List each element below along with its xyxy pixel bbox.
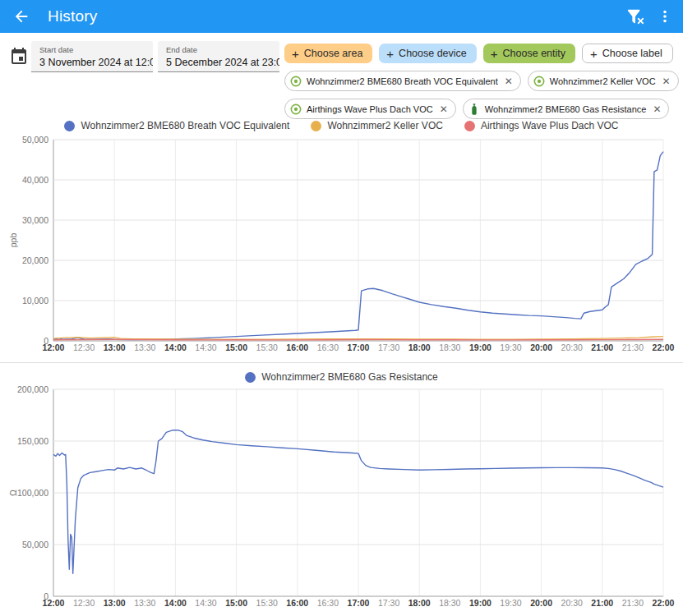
plus-icon: + [590, 48, 598, 60]
x-tick-label: 16:00 [286, 342, 308, 352]
choose-area-chip[interactable]: +Choose area [284, 44, 372, 63]
filter-remove-button[interactable] [621, 2, 650, 31]
x-tick-label: 15:30 [256, 598, 278, 608]
calendar-icon [9, 47, 29, 67]
legend-label: Wohnzimmer2 BME680 Gas Resistance [261, 371, 438, 383]
y-tick-label: 150,000 [17, 436, 48, 446]
legend-item[interactable]: Wohnzimmer2 BME680 Breath VOC Equivalent [64, 120, 289, 131]
remove-chip-icon[interactable]: ✕ [662, 76, 671, 87]
app-bar: History [0, 0, 683, 33]
shape-sensor-icon [289, 75, 302, 88]
entity-chip-label: Wohnzimmer2 BME680 Gas Resistance [485, 104, 647, 114]
choose-entity-chip[interactable]: +Choose entity [483, 44, 575, 63]
x-tick-label: 18:00 [408, 598, 431, 608]
arrow-left-icon [12, 7, 30, 25]
start-date-label: Start date [39, 45, 145, 54]
gas-resistance-chart[interactable]: 050,000100,000150,000200,00012:0012:3013… [0, 382, 683, 614]
x-tick-label: 13:00 [104, 342, 126, 352]
x-tick-label: 18:00 [408, 342, 431, 352]
y-tick-label: 40,000 [22, 175, 48, 185]
x-tick-label: 15:00 [225, 342, 247, 352]
x-tick-label: 16:30 [317, 598, 339, 608]
y-axis-label: ppb [8, 233, 18, 248]
overflow-menu-button[interactable] [650, 2, 680, 31]
x-tick-label: 13:30 [134, 342, 155, 352]
app-bar-actions [621, 2, 680, 31]
y-tick-label: 50,000 [22, 540, 48, 549]
legend-label: Wohnzimmer2 Keller VOC [327, 120, 442, 131]
filter-chips: +Choose area+Choose device+Choose entity… [284, 44, 679, 119]
y-axis-label: Ω [8, 490, 18, 496]
x-tick-label: 14:00 [164, 598, 187, 608]
chart-divider [0, 362, 683, 363]
history-page: { "app_bar": { "title": "History" }, "fi… [0, 0, 683, 616]
x-tick-label: 16:00 [286, 598, 308, 608]
chip-label: Choose label [602, 48, 662, 59]
x-tick-label: 14:30 [195, 342, 216, 352]
start-date-value: 3 November 2024 at 12:00 [39, 57, 145, 68]
x-tick-label: 12:00 [43, 342, 65, 352]
series-line [53, 339, 663, 340]
x-tick-label: 17:30 [378, 342, 399, 352]
x-tick-label: 17:00 [348, 342, 370, 352]
x-tick-label: 18:30 [439, 598, 460, 608]
entity-chip-label: Wohnzimmer2 BME680 Breath VOC Equivalent [307, 76, 498, 86]
x-tick-label: 14:00 [164, 342, 187, 352]
remove-chip-icon[interactable]: ✕ [653, 103, 661, 115]
y-tick-label: 50,000 [22, 135, 48, 145]
voc-chart-legend: Wohnzimmer2 BME680 Breath VOC Equivalent… [0, 120, 683, 131]
page-title: History [48, 7, 98, 25]
chip-label: Choose device [399, 48, 467, 59]
back-button[interactable] [7, 2, 36, 31]
x-tick-label: 20:30 [561, 342, 583, 352]
legend-label: Airthings Wave Plus Dach VOC [481, 120, 619, 131]
y-tick-label: 30,000 [22, 215, 48, 225]
entity-chip-label: Wohnzimmer2 Keller VOC [550, 76, 656, 86]
x-tick-label: 16:30 [317, 342, 339, 352]
choose-label-chip[interactable]: +Choose label [582, 44, 673, 63]
x-tick-label: 12:30 [73, 598, 95, 608]
chip-label: Choose entity [503, 48, 565, 59]
x-tick-label: 15:30 [256, 342, 278, 352]
y-tick-label: 10,000 [22, 296, 48, 306]
voc-chart[interactable]: 010,00020,00030,00040,00050,00012:0012:3… [0, 132, 683, 359]
entity-chip[interactable]: Wohnzimmer2 BME680 Breath VOC Equivalent… [284, 71, 521, 91]
remove-chip-icon[interactable]: ✕ [505, 76, 513, 87]
x-tick-label: 12:30 [73, 342, 95, 352]
x-tick-label: 21:30 [622, 598, 644, 608]
y-tick-label: 200,000 [17, 384, 48, 394]
dots-vertical-icon [656, 7, 674, 25]
legend-dot-icon [464, 121, 475, 131]
entity-chip[interactable]: Airthings Wave Plus Dach VOC✕ [284, 99, 456, 119]
start-date-field[interactable]: Start date 3 November 2024 at 12:00 [31, 41, 153, 72]
choose-device-chip[interactable]: +Choose device [379, 44, 476, 63]
entity-chip[interactable]: Wohnzimmer2 BME680 Gas Resistance✕ [463, 99, 670, 119]
x-tick-label: 21:00 [591, 342, 613, 352]
x-tick-label: 15:00 [225, 598, 247, 608]
legend-item[interactable]: Wohnzimmer2 BME680 Gas Resistance [245, 371, 438, 383]
gas-resistance-chart-legend: Wohnzimmer2 BME680 Gas Resistance [0, 371, 683, 383]
remove-chip-icon[interactable]: ✕ [440, 103, 448, 115]
x-tick-label: 17:00 [348, 598, 370, 608]
shape-sensor-icon [533, 75, 546, 88]
shape-sensor-icon [289, 103, 302, 116]
end-date-field[interactable]: End date 5 December 2024 at 23:00 [158, 41, 279, 72]
calendar-button[interactable] [7, 45, 30, 68]
entity-chip[interactable]: Wohnzimmer2 Keller VOC✕ [528, 71, 679, 91]
x-tick-label: 22:00 [653, 598, 675, 608]
filter-remove-icon [626, 7, 644, 25]
x-tick-label: 13:00 [104, 598, 126, 608]
x-tick-label: 22:00 [653, 342, 675, 352]
y-tick-label: 100,000 [17, 488, 48, 498]
legend-label: Wohnzimmer2 BME680 Breath VOC Equivalent [81, 120, 289, 131]
x-tick-label: 20:00 [530, 342, 552, 352]
x-tick-label: 18:30 [439, 342, 460, 352]
x-tick-label: 21:00 [591, 598, 613, 608]
legend-dot-icon [64, 121, 75, 131]
x-tick-label: 12:00 [43, 598, 65, 608]
x-tick-label: 21:30 [622, 342, 644, 352]
legend-item[interactable]: Wohnzimmer2 Keller VOC [311, 120, 442, 131]
legend-item[interactable]: Airthings Wave Plus Dach VOC [464, 120, 619, 131]
x-tick-label: 19:00 [469, 342, 491, 352]
x-tick-label: 13:30 [134, 598, 155, 608]
